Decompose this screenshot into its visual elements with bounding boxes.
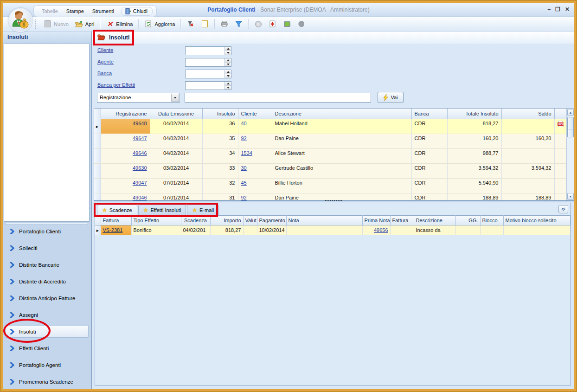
col-descrizione[interactable]: Descrizione — [414, 216, 455, 225]
filter-button[interactable] — [231, 19, 246, 29]
prima-nota-link[interactable]: 49656 — [374, 227, 388, 233]
sidebar-item[interactable]: Solleciti — [5, 242, 89, 254]
grid-row[interactable]: ► 49047 07/01/2014 32 45 Billie Horton C… — [94, 178, 567, 193]
col-blocco[interactable]: Blocco — [480, 216, 503, 225]
apri-button[interactable]: Apri — [72, 19, 98, 29]
registrazione-link[interactable]: 49047 — [133, 180, 147, 186]
clock-button[interactable] — [251, 19, 265, 29]
svg-text:$: $ — [23, 22, 26, 27]
banca-spinner[interactable]: ▲▼ — [224, 70, 231, 78]
vertical-scrollbar[interactable]: ▲ ▼ — [566, 109, 574, 200]
cell-fattura-2 — [390, 225, 414, 235]
monitor-button[interactable] — [280, 19, 294, 29]
grid-row[interactable]: ► 49630 03/02/2014 33 30 Gertrude Castil… — [94, 163, 567, 178]
chevron-double-icon — [9, 296, 15, 301]
detail-row[interactable]: ► VS-2381 Bonifico 04/02/201 818,27 10/0… — [95, 225, 570, 235]
search-field-combo[interactable]: Registrazione ▼ — [97, 93, 180, 103]
col-gg[interactable]: GG. — [455, 216, 480, 225]
vai-button[interactable]: Vai — [378, 92, 404, 103]
agente-spinner[interactable]: ▲▼ — [224, 58, 231, 66]
col-motivo[interactable]: Motivo blocco sollecito — [503, 216, 570, 225]
sidebar-listbox[interactable] — [4, 44, 90, 222]
cell-saldo: 3.594,32 — [501, 163, 554, 178]
sidebar-item[interactable]: Distinta Anticipo Fatture — [5, 292, 89, 304]
pdf-icon[interactable]: PDF — [558, 121, 564, 128]
cliente-link-cell[interactable]: 1534 — [241, 150, 252, 156]
col-fattura-2[interactable]: Fattura — [390, 216, 414, 225]
banca-effetti-spinner[interactable]: ▲▼ — [224, 82, 231, 90]
export-button[interactable] — [265, 19, 280, 29]
cliente-input[interactable]: ▲▼ — [185, 46, 231, 55]
scroll-thumb[interactable] — [567, 117, 574, 137]
scroll-up-arrow[interactable]: ▲ — [567, 109, 574, 116]
sidebar-item[interactable]: Portafoglio Agenti — [5, 359, 89, 371]
aggiorna-button[interactable]: Aggiorna — [141, 19, 178, 29]
banca-effetti-link[interactable]: Banca per Effetti — [97, 82, 135, 88]
column-header-saldo[interactable]: Saldo — [501, 109, 554, 119]
grid-row[interactable]: ► 49646 04/02/2014 34 1534 Alice Stewart… — [94, 148, 567, 163]
agente-input[interactable]: ▲▼ — [185, 58, 231, 67]
col-valut[interactable]: Valut — [243, 216, 257, 225]
cliente-link-cell[interactable]: 92 — [241, 135, 247, 141]
registrazione-link[interactable]: 49046 — [133, 195, 147, 200]
col-nota[interactable]: Nota — [286, 216, 362, 225]
column-header-data-emissione[interactable]: Data Emissione — [150, 109, 202, 119]
column-header-registrazione[interactable]: Registrazione — [101, 109, 150, 119]
sidebar-item[interactable]: Distinte Bancarie — [5, 259, 89, 271]
vai-label: Vai — [391, 95, 397, 100]
registrazione-link[interactable]: 49646 — [133, 150, 147, 156]
sidebar-item[interactable]: Effetti Clienti — [5, 342, 89, 354]
cliente-link-cell[interactable]: 40 — [241, 121, 247, 126]
sidebar-item[interactable]: Promemoria Scadenze — [5, 376, 89, 388]
menu-tabelle[interactable]: Tabelle — [38, 8, 62, 14]
open-folder-icon — [75, 20, 83, 28]
close-button[interactable]: ✕ — [565, 6, 570, 13]
registrazione-link[interactable]: 49647 — [133, 135, 147, 141]
maximize-button[interactable]: ❒ — [555, 6, 560, 13]
cliente-link-cell[interactable]: 30 — [241, 165, 247, 171]
tag-button[interactable] — [294, 19, 308, 29]
toolbar-grip[interactable] — [35, 19, 37, 29]
col-pagamento[interactable]: Pagamento — [257, 216, 286, 225]
scroll-down-arrow[interactable]: ▼ — [567, 193, 574, 200]
cliente-spinner[interactable]: ▲▼ — [224, 47, 231, 55]
col-prima-nota[interactable]: Prima Nota — [362, 216, 390, 225]
sidebar-item[interactable]: Portafoglio Clienti — [5, 225, 89, 238]
registrazione-link[interactable]: 49630 — [133, 165, 147, 171]
column-header-insoluto[interactable]: Insoluto — [202, 109, 238, 119]
print-button[interactable] — [217, 19, 231, 29]
user-avatar-icon[interactable]: $ — [8, 8, 32, 32]
blank-page-button[interactable] — [198, 19, 212, 29]
collapse-panel-button[interactable] — [558, 205, 568, 213]
sidebar-item[interactable]: Distinte di Accredito — [5, 276, 89, 288]
cliente-link-cell[interactable]: 92 — [241, 195, 247, 200]
cliente-link[interactable]: Cliente — [97, 47, 113, 53]
cliente-link-cell[interactable]: 45 — [241, 180, 247, 186]
nuovo-button[interactable]: Nuovo — [40, 19, 72, 29]
combo-dropdown-arrow[interactable]: ▼ — [171, 94, 179, 102]
banca-link[interactable]: Banca — [97, 71, 112, 76]
banca-input[interactable]: ▲▼ — [185, 70, 231, 78]
menu-chiudi-label: Chiudi — [133, 8, 147, 14]
sidebar-item-label: Portafoglio Agenti — [19, 362, 61, 368]
minimize-button[interactable]: – — [547, 6, 551, 13]
menu-stampe[interactable]: Stampe — [62, 8, 88, 14]
horizontal-splitter[interactable] — [325, 200, 342, 201]
column-header-cliente[interactable]: Cliente — [238, 109, 272, 119]
search-input[interactable] — [185, 93, 371, 103]
column-header-banca[interactable]: Banca — [411, 109, 447, 119]
sidebar-splitter[interactable] — [5, 223, 88, 225]
elimina-button[interactable]: ✕ Elimina — [103, 19, 136, 29]
grid-row[interactable]: ► 49648 04/02/2014 36 40 Mabel Holland C… — [94, 119, 567, 134]
filter-remove-button[interactable] — [183, 19, 198, 29]
menu-strumenti[interactable]: Strumenti — [88, 8, 118, 14]
agente-link[interactable]: Agente — [97, 59, 114, 64]
elimina-label: Elimina — [116, 21, 133, 27]
column-header-descrizione[interactable]: Descrizione — [272, 109, 411, 119]
column-header-totale-insoluto[interactable]: Totale Insoluto — [447, 109, 501, 119]
menu-chiudi[interactable]: Chiudi — [121, 7, 153, 16]
grid-row[interactable]: ► 49647 04/02/2014 35 92 Dan Paine CDR 1… — [94, 134, 567, 148]
banca-effetti-input[interactable]: ▲▼ — [185, 81, 231, 90]
registrazione-link[interactable]: 49648 — [133, 121, 147, 126]
fattura-link[interactable]: VS-2381 — [103, 227, 123, 233]
